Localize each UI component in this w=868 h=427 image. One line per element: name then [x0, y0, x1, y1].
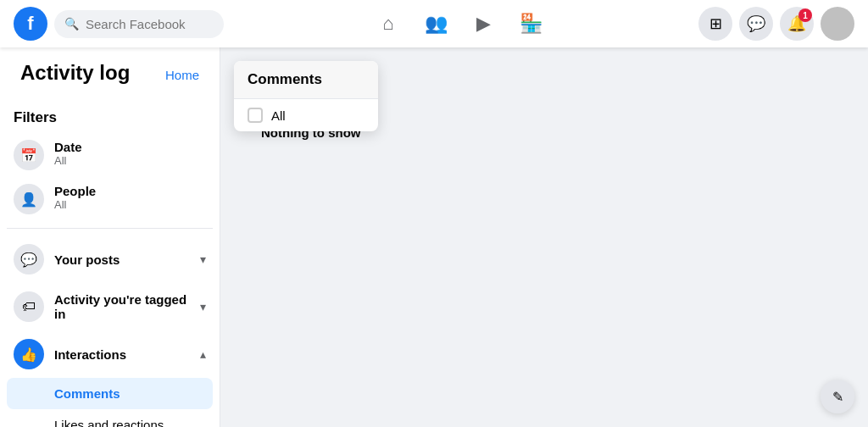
nav-left: f 🔍 — [14, 7, 234, 41]
page-title: Activity log — [14, 61, 136, 88]
top-navigation: f 🔍 ⌂ 👥 ▶ 🏪 ⊞ 💬 🔔 1 — [0, 0, 868, 47]
main-layout: Activity log Home Filters 📅 Date All 👤 P… — [0, 47, 868, 427]
friends-nav-button[interactable]: 👥 — [415, 3, 456, 44]
divider-1 — [7, 228, 213, 229]
people-icon: 👤 — [14, 184, 44, 214]
grid-menu-button[interactable]: ⊞ — [698, 7, 732, 41]
home-link[interactable]: Home — [159, 68, 206, 96]
notification-badge: 1 — [798, 8, 812, 22]
messenger-icon: 💬 — [747, 14, 765, 33]
tag-icon: 🏷 — [14, 291, 44, 322]
video-nav-button[interactable]: ▶ — [463, 3, 504, 44]
date-filter-label: Date — [54, 140, 82, 154]
activity-tagged-section[interactable]: 🏷 Activity you're tagged in ▾ — [7, 283, 213, 330]
sidebar: Activity log Home Filters 📅 Date All 👤 P… — [0, 47, 220, 427]
interactions-icon: 👍 — [14, 339, 44, 369]
edit-button[interactable]: ✎ — [821, 380, 854, 413]
activity-tagged-chevron: ▾ — [200, 300, 206, 313]
messenger-button[interactable]: 💬 — [739, 7, 773, 41]
video-icon: ▶ — [476, 13, 491, 35]
dropdown-all-item[interactable]: All — [234, 99, 378, 131]
all-checkbox[interactable] — [248, 108, 263, 123]
edit-icon: ✎ — [832, 389, 843, 405]
marketplace-nav-button[interactable]: 🏪 — [510, 3, 551, 44]
home-nav-button[interactable]: ⌂ — [368, 3, 409, 44]
grid-icon: ⊞ — [709, 14, 722, 33]
sidebar-item-likes[interactable]: Likes and reactions — [7, 409, 213, 427]
comments-dropdown: Comments All — [234, 61, 378, 131]
user-avatar-button[interactable] — [821, 7, 854, 41]
interactions-chevron: ▴ — [200, 347, 206, 361]
nav-center: ⌂ 👥 ▶ 🏪 — [234, 3, 685, 44]
notification-button[interactable]: 🔔 1 — [780, 7, 814, 41]
date-icon: 📅 — [14, 140, 44, 170]
filter-people[interactable]: 👤 People All — [7, 177, 213, 221]
your-posts-section[interactable]: 💬 Your posts ▾ — [7, 236, 213, 283]
search-bar[interactable]: 🔍 — [54, 10, 224, 38]
your-posts-label: Your posts — [54, 252, 120, 267]
filters-label: Filters — [7, 103, 213, 133]
dropdown-all-label: All — [271, 108, 286, 123]
search-input[interactable] — [86, 17, 214, 31]
content-area: Comments All Nothing to show — [220, 47, 868, 427]
posts-icon: 💬 — [14, 244, 44, 274]
sidebar-item-comments[interactable]: Comments — [7, 378, 213, 409]
your-posts-chevron: ▾ — [200, 252, 206, 266]
filter-date[interactable]: 📅 Date All — [7, 133, 213, 177]
marketplace-icon: 🏪 — [520, 13, 542, 35]
search-icon: 🔍 — [64, 17, 79, 30]
date-filter-sub: All — [54, 154, 82, 167]
people-filter-sub: All — [54, 198, 96, 211]
nav-right: ⊞ 💬 🔔 1 — [685, 7, 854, 41]
friends-icon: 👥 — [425, 13, 448, 35]
facebook-logo[interactable]: f — [14, 7, 47, 41]
interactions-label: Interactions — [54, 347, 126, 362]
people-filter-label: People — [54, 184, 96, 198]
home-icon: ⌂ — [382, 13, 393, 35]
dropdown-title: Comments — [234, 61, 378, 99]
interactions-section[interactable]: 👍 Interactions ▴ — [7, 330, 213, 378]
activity-tagged-label: Activity you're tagged in — [54, 292, 190, 321]
